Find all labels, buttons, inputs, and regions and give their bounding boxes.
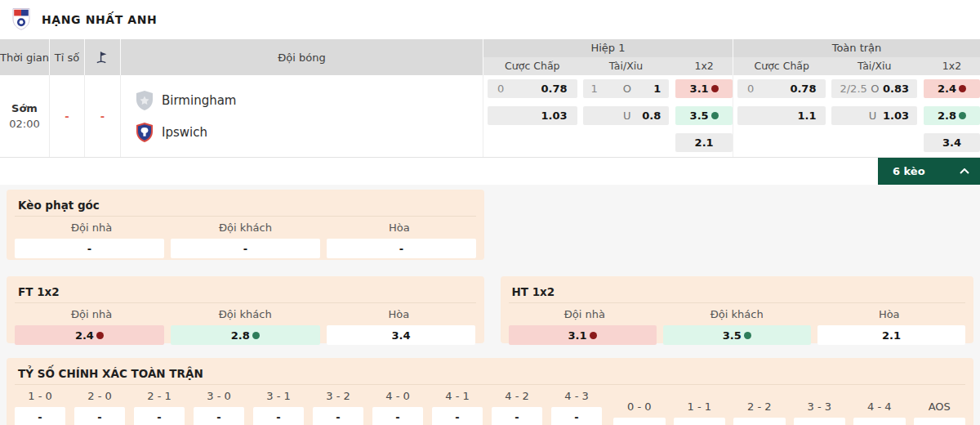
score-label: 4 - 2: [492, 390, 542, 403]
full-time-odds: 0 0.78 1.1 2/2.5 O 0.83 U 1.03: [733, 75, 980, 157]
group-subcols-h1: Cược Chấp Tài/Xỉu 1x2: [483, 57, 733, 75]
page: HẠNG NHẤT ANH Thời gian Tỉ số Đội bóng H…: [0, 0, 980, 425]
ft-1x2-home-odds[interactable]: 2.4: [924, 79, 980, 98]
score-label: 2 - 2: [733, 400, 786, 414]
ht-section-draw-odds[interactable]: 2.1: [817, 325, 965, 345]
ft-handicap-odds-2[interactable]: 1.1: [737, 106, 826, 125]
group-label-ft: Toàn trận: [733, 39, 980, 57]
corner-away-odds[interactable]: -: [171, 239, 320, 258]
corner-home-odds[interactable]: -: [15, 239, 164, 258]
score-label: AOS: [914, 400, 966, 414]
score-odds-3-0[interactable]: -: [194, 407, 244, 425]
match-corners: -: [85, 75, 121, 157]
h1-1x2-draw-price: 2.1: [695, 136, 714, 149]
score-label: 4 - 0: [372, 390, 423, 403]
home-team-row[interactable]: Birmingham: [136, 90, 236, 111]
score-odds-aos[interactable]: -: [914, 418, 966, 425]
away-dot-icon: [959, 112, 966, 119]
score-odds-4-3[interactable]: -: [551, 407, 602, 425]
h1-over-odds[interactable]: 1 O 1: [583, 79, 670, 98]
league-header: HẠNG NHẤT ANH: [0, 0, 980, 39]
score-label: 3 - 2: [313, 390, 363, 403]
score-odds-4-4[interactable]: -: [853, 418, 906, 425]
home-dot-icon: [590, 332, 597, 339]
ft-handicap-odds-1[interactable]: 0 0.78: [737, 79, 826, 98]
ft-section-away-odds[interactable]: 2.8: [171, 325, 320, 345]
corner-draw-odds[interactable]: -: [327, 239, 476, 258]
score-odds-3-1[interactable]: -: [253, 407, 304, 425]
col-group-full-time: Toàn trận Cược Chấp Tài/Xỉu 1x2: [733, 39, 980, 75]
score-odds-2-1[interactable]: -: [134, 407, 185, 425]
ft-under-price: 1.03: [883, 110, 909, 122]
score-odds-2-2[interactable]: -: [733, 418, 786, 425]
score-label: 3 - 0: [194, 390, 244, 403]
ht-draw-header: Hòa: [813, 308, 966, 321]
col-header-time: Thời gian: [0, 39, 50, 75]
home-team-logo-icon: [136, 90, 154, 111]
ft-section-draw-odds[interactable]: 3.4: [327, 325, 476, 345]
ft-1x2-away-odds[interactable]: 2.8: [924, 106, 980, 125]
ft-section-away-price: 2.8: [231, 329, 250, 342]
h1-under-odds[interactable]: U 0.8: [583, 106, 670, 125]
score-odds-0-0[interactable]: -: [613, 418, 666, 425]
h1-handicap-odds-2[interactable]: 1.03: [488, 106, 577, 125]
score-label: 3 - 1: [253, 390, 304, 403]
h1-over-label: O: [616, 83, 639, 95]
home-team-name: Birmingham: [162, 93, 236, 108]
score-odds-4-0[interactable]: -: [372, 407, 423, 425]
expand-odds-button[interactable]: 6 kèo: [878, 158, 980, 185]
ft-section-home-odds[interactable]: 2.4: [15, 325, 164, 345]
corner-odds-title: Kèo phạt góc: [15, 198, 476, 217]
subcol-1x2: 1x2: [924, 57, 980, 75]
group-label-h1: Hiệp 1: [483, 39, 733, 57]
ht-home-header: Đội nhà: [509, 308, 662, 321]
score-label: 1 - 1: [674, 400, 726, 414]
ft-1x2-draw-odds[interactable]: 3.4: [924, 133, 980, 152]
away-dot-icon: [711, 112, 719, 119]
ht-section-home-price: 3.1: [568, 329, 587, 342]
h1-1x2-home-price: 3.1: [690, 83, 709, 95]
ht-section-away-odds[interactable]: 3.5: [663, 325, 811, 345]
ht-1x2-title: HT 1x2: [509, 284, 966, 303]
score-odds-1-1[interactable]: -: [674, 418, 726, 425]
ft-1x2-section: FT 1x2 Đội nhà Đội khách Hòa 2.4 2.8 3.4: [7, 276, 484, 343]
score-odds-1-0[interactable]: -: [15, 407, 65, 425]
correct-score-draw-grid: 0 - 0- 1 - 1- 2 - 2- 3 - 3- 4 - 4- AOS-: [613, 400, 965, 425]
ft-over-odds[interactable]: 2/2.5 O 0.83: [831, 79, 917, 98]
away-dot-icon: [744, 332, 751, 339]
corner-draw-header: Hòa: [323, 221, 476, 235]
match-time-value: 02:00: [9, 118, 39, 130]
col-header-score: Tỉ số: [50, 39, 85, 75]
ft-draw-header: Hòa: [322, 308, 475, 321]
h1-1x2-away-odds[interactable]: 3.5: [675, 106, 733, 125]
ht-section-home-odds[interactable]: 3.1: [509, 325, 657, 345]
score-odds-4-2[interactable]: -: [492, 407, 542, 425]
home-dot-icon: [711, 85, 719, 92]
match-score: -: [50, 75, 85, 157]
h1-handicap-price-1: 0.78: [541, 83, 568, 95]
score-odds-3-2[interactable]: -: [313, 407, 363, 425]
score-label: 4 - 1: [432, 390, 483, 403]
ft-under-odds[interactable]: U 1.03: [831, 106, 917, 125]
correct-score-main-grid: 1 - 0- 2 - 0- 2 - 1- 3 - 0- 3 - 1- 3 - 2…: [15, 390, 602, 425]
corner-odds-section: Kèo phạt góc Đội nhà Đội khách Hòa - - -: [7, 190, 484, 260]
home-dot-icon: [959, 85, 966, 92]
away-team-row[interactable]: Ipswich: [136, 122, 236, 143]
score-label: 2 - 0: [74, 390, 125, 403]
score-label: 4 - 3: [551, 390, 602, 403]
ht-section-away-price: 3.5: [723, 329, 742, 342]
h1-1x2-home-odds[interactable]: 3.1: [675, 79, 733, 98]
score-odds-4-1[interactable]: -: [432, 407, 483, 425]
ft-away-header: Đội khách: [168, 308, 322, 321]
h1-under-price: 0.8: [639, 110, 662, 122]
h1-1x2-draw-odds[interactable]: 2.1: [675, 133, 733, 152]
group-subcols-ft: Cược Chấp Tài/Xỉu 1x2: [733, 57, 980, 75]
score-label: 3 - 3: [794, 400, 846, 414]
score-odds-3-3[interactable]: -: [794, 418, 846, 425]
score-odds-2-0[interactable]: -: [74, 407, 125, 425]
h1-handicap-odds-1[interactable]: 0 0.78: [488, 79, 577, 98]
league-logo-icon: [11, 7, 31, 32]
subcol-1x2: 1x2: [675, 57, 733, 75]
h1-handicap-price-2: 1.03: [541, 110, 568, 122]
ht-section-draw-price: 2.1: [882, 329, 901, 342]
